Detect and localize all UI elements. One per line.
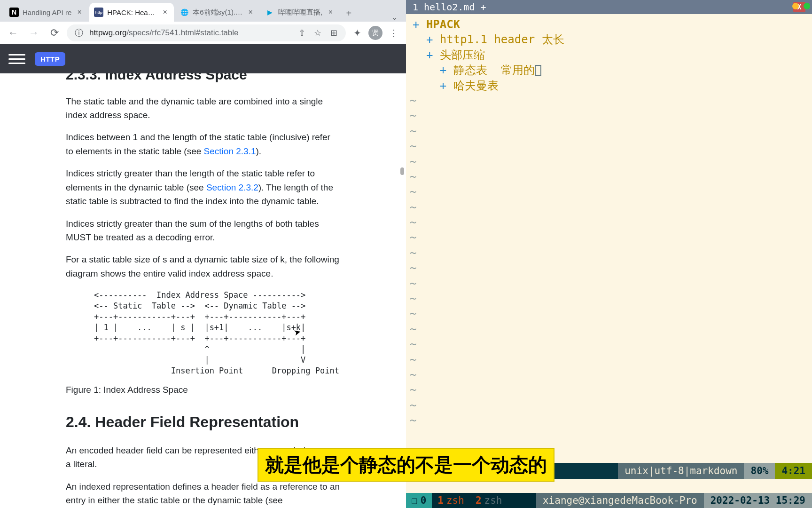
outline-h2: http1.1 header 太长 xyxy=(440,33,564,46)
paragraph: An indexed representation defines a head… xyxy=(66,480,340,508)
http-badge[interactable]: HTTP xyxy=(35,52,65,66)
vim-empty-line: ~ xyxy=(406,337,812,352)
url-text: httpwg.org/specs/rfc7541.html#static.tab… xyxy=(89,28,291,38)
browser-window: N Handling API re × http HPACK: Header ×… xyxy=(0,0,406,508)
extensions-icon[interactable]: ✦ xyxy=(350,25,365,40)
favicon-n-icon: N xyxy=(9,8,19,17)
vim-empty-line: ~ xyxy=(406,184,812,199)
bookmark-icon[interactable]: ☆ xyxy=(312,27,323,39)
paragraph: The static table and the dynamic table a… xyxy=(66,95,340,122)
vim-empty-line: ~ xyxy=(406,108,812,123)
paragraph: Indices strictly greater than the length… xyxy=(66,167,340,208)
vim-empty-line: ~ xyxy=(406,352,812,367)
vim-empty-line: ~ xyxy=(406,154,812,169)
vim-empty-line: ~ xyxy=(406,124,812,139)
vim-position: 4:21 xyxy=(775,463,812,479)
favicon-globe-icon: 🌐 xyxy=(180,8,189,17)
reload-button[interactable]: ⟳ xyxy=(46,24,63,41)
tab-title: HPACK: Header xyxy=(107,8,157,16)
session-icon: ❐ xyxy=(412,495,418,506)
outline-h1: HPACK xyxy=(426,18,460,31)
vim-window: 1 hello2.md + X + HPACK + http1.1 header… xyxy=(406,0,812,508)
close-icon[interactable]: × xyxy=(326,8,335,16)
link-section-231[interactable]: Section 2.3.1 xyxy=(204,146,256,156)
back-button[interactable]: ← xyxy=(5,24,22,41)
ascii-diagram: <---------- Index Address Space --------… xyxy=(94,290,340,376)
favicon-http-icon: http xyxy=(94,8,103,17)
vim-tabline: 1 hello2.md + X xyxy=(406,0,812,14)
outline-h2: 头部压缩 xyxy=(440,48,485,62)
tab-dropdown-icon[interactable]: ⌄ xyxy=(387,13,401,22)
minimize-icon[interactable] xyxy=(792,3,799,9)
tmux-session[interactable]: ❐ 0 xyxy=(406,493,432,508)
vim-empty-line: ~ xyxy=(406,398,812,413)
tab-title: Handling API re xyxy=(23,8,71,16)
vim-buffer[interactable]: + HPACK + http1.1 header 太长 + 头部压缩 + 静态表… xyxy=(406,14,812,463)
vim-fileinfo: unix | utf-8 | markdown xyxy=(618,463,744,479)
outline-h3: 静态表 常用的 xyxy=(453,64,535,77)
tmux-window-2[interactable]: 2 zsh xyxy=(470,493,508,508)
hamburger-icon[interactable] xyxy=(8,50,25,67)
vim-tab-title[interactable]: 1 hello2.md + xyxy=(413,1,793,13)
video-subtitle: 就是他是个静态的不是一个动态的 xyxy=(258,448,554,482)
section-heading-233: 2.3.3. Index Address Space xyxy=(66,73,340,86)
tmux-statusbar: ❐ 0 1 zsh 2 zsh xiange@xiangedeMacBook-P… xyxy=(406,493,812,508)
figure-caption: Figure 1: Index Address Space xyxy=(66,383,340,397)
share-icon[interactable]: ⇧ xyxy=(296,27,307,39)
forward-button[interactable]: → xyxy=(25,24,42,41)
tab-3[interactable]: 🌐 本6前端sy(1).pdf × xyxy=(175,3,259,22)
address-bar[interactable]: ⓘ httpwg.org/specs/rfc7541.html#static.t… xyxy=(67,24,346,41)
install-icon[interactable]: ⊞ xyxy=(328,27,339,39)
vim-empty-line: ~ xyxy=(406,413,812,428)
link-section-232[interactable]: Section 2.3.2 xyxy=(206,183,258,192)
favicon-bilibili-icon: ▶ xyxy=(265,8,274,17)
vim-cursor xyxy=(535,65,541,76)
tab-bar: N Handling API re × http HPACK: Header ×… xyxy=(0,0,406,22)
section-heading-24: 2.4. Header Field Representation xyxy=(66,411,340,434)
vim-empty-line: ~ xyxy=(406,93,812,108)
tmux-host: xiange@xiangedeMacBook-Pro xyxy=(536,493,704,508)
vim-empty-line: ~ xyxy=(406,276,812,291)
new-tab-button[interactable]: + xyxy=(340,5,357,22)
vim-empty-line: ~ xyxy=(406,230,812,245)
close-icon[interactable]: × xyxy=(75,8,84,16)
paragraph: Indices between 1 and the length of the … xyxy=(66,130,340,158)
site-header: HTTP xyxy=(0,44,406,73)
vim-percent: 80% xyxy=(744,463,775,479)
tab-title: 本6前端sy(1).pdf xyxy=(193,8,242,17)
tmux-window-1[interactable]: 1 zsh xyxy=(432,493,470,508)
address-row: ← → ⟳ ⓘ httpwg.org/specs/rfc7541.html#st… xyxy=(0,22,406,44)
page-content[interactable]: 2.3.3. Index Address Space The static ta… xyxy=(0,73,406,508)
tab-4[interactable]: ▶ 哔哩哔哩直播, × xyxy=(260,3,339,22)
site-info-icon[interactable]: ⓘ xyxy=(73,27,85,39)
vim-empty-line: ~ xyxy=(406,367,812,382)
scrollbar-thumb[interactable] xyxy=(400,167,404,175)
menu-icon[interactable]: ⋮ xyxy=(386,25,401,40)
vim-empty-line: ~ xyxy=(406,291,812,306)
tab-1[interactable]: N Handling API re × xyxy=(5,3,88,22)
close-icon[interactable]: × xyxy=(246,8,255,16)
vim-empty-line: ~ xyxy=(406,382,812,397)
outline-h3: 哈夫曼表 xyxy=(453,79,499,92)
paragraph: Indices strictly greater than the sum of… xyxy=(66,217,340,245)
close-icon[interactable]: × xyxy=(161,8,169,16)
tab-2-active[interactable]: http HPACK: Header × xyxy=(89,3,174,22)
profile-avatar[interactable]: 贤 xyxy=(368,26,383,40)
vim-empty-line: ~ xyxy=(406,261,812,276)
maximize-icon[interactable] xyxy=(804,3,810,9)
vim-empty-line: ~ xyxy=(406,306,812,321)
tab-title: 哔哩哔哩直播, xyxy=(278,8,322,17)
vim-empty-line: ~ xyxy=(406,246,812,261)
window-controls xyxy=(792,3,810,9)
tmux-date: 2022-02-13 15:29 xyxy=(704,493,812,508)
vim-empty-line: ~ xyxy=(406,322,812,337)
vim-empty-line: ~ xyxy=(406,200,812,215)
vim-empty-line: ~ xyxy=(406,139,812,154)
vim-empty-line: ~ xyxy=(406,169,812,184)
paragraph: For a static table size of s and a dynam… xyxy=(66,253,340,280)
vim-empty-line: ~ xyxy=(406,215,812,230)
